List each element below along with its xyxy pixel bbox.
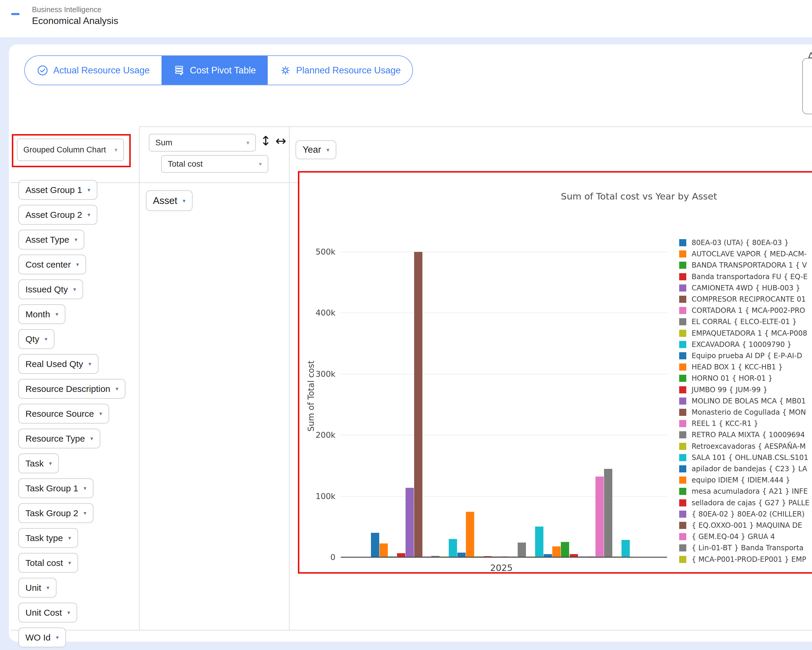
field-pill-label: Task type [26, 533, 63, 543]
x-axis-tick-2025: 2025 [472, 563, 531, 573]
pivot-edit-icon [173, 64, 185, 76]
field-pill-real-used-qty[interactable]: Real Used Qty▾ [18, 354, 99, 374]
legend-item-5[interactable]: CAMIONETA 4WD { HUB-003 } [679, 284, 800, 292]
field-pill-resource-source[interactable]: Resource Source▾ [18, 404, 109, 424]
y-tick-0: 0 [299, 553, 336, 562]
grid-divider-vertical-2 [289, 126, 290, 630]
cutoff-panel [802, 58, 812, 114]
chevron-down-icon: ▾ [49, 460, 52, 467]
field-pill-resource-type[interactable]: Resource Type▾ [18, 428, 100, 448]
x-axis-line [341, 557, 667, 558]
legend-label: MOLINO DE BOLAS MCA { MB01 [691, 397, 806, 405]
field-pill-asset-group-2[interactable]: Asset Group 2▾ [18, 205, 97, 225]
hamburger-menu-icon[interactable] [11, 13, 26, 25]
economical-analysis-page: Business Intelligence Economical Analysi… [0, 0, 812, 650]
legend-item-1[interactable]: 80EA-03 (UTA) { 80EA-03 } [679, 238, 789, 247]
legend-item-11[interactable]: Equipo prueba AI DP { E-P-AI-D [679, 351, 802, 360]
legend-swatch [679, 499, 686, 506]
legend-item-17[interactable]: REEL 1 { KCC-R1 } [679, 419, 758, 428]
field-pill-task[interactable]: Task▾ [18, 453, 59, 473]
chevron-down-icon: ▾ [68, 535, 71, 541]
horizontal-arrows-icon[interactable]: ↔ [275, 133, 290, 148]
renderer-select[interactable]: Grouped Column Chart ▾ [17, 139, 124, 161]
legend-swatch [679, 511, 686, 518]
field-pill-unit-cost[interactable]: Unit Cost▾ [18, 603, 77, 622]
aggregator-field-select[interactable]: Total cost ▾ [161, 155, 268, 173]
field-pill-unit[interactable]: Unit▾ [18, 578, 56, 598]
legend-item-8[interactable]: EL CORRAL { ELCO-ELTE-01 } [679, 317, 797, 326]
bar-series-2 [380, 543, 388, 557]
legend-swatch [679, 544, 686, 551]
legend-item-19[interactable]: Retroexcavadoras { AESPAÑA-M [679, 442, 806, 451]
legend-item-13[interactable]: HORNO 01 { HOR-01 } [679, 374, 773, 383]
legend-item-6[interactable]: COMPRESOR RECIPROCANTE 01 [679, 295, 806, 304]
y-axis-label: Sum of Total cost [306, 361, 316, 431]
field-pill-task-type[interactable]: Task type▾ [18, 528, 78, 548]
legend-item-14[interactable]: JUMBO 99 { JUM-99 } [679, 385, 767, 394]
bar-series-6 [414, 252, 423, 557]
field-pill-total-cost[interactable]: Total cost▾ [18, 553, 78, 573]
legend-item-7[interactable]: CORTADORA 1 { MCA-P002-PRO [679, 306, 805, 315]
field-pill-label: Cost center [26, 260, 71, 270]
field-pill-label: Task Group 2 [26, 508, 78, 518]
field-pill-issued-qty[interactable]: Issued Qty▾ [18, 280, 83, 299]
legend-item-23[interactable]: mesa acumuladora { A21 } INFE [679, 487, 808, 496]
aggregator-select[interactable]: Sum ▾ [149, 134, 256, 151]
chevron-down-icon: ▾ [83, 485, 86, 492]
legend-item-15[interactable]: MOLINO DE BOLAS MCA { MB01 [679, 397, 806, 405]
tab-planned-resource-usage[interactable]: Planned Resource Usage [268, 56, 412, 85]
aggregator-order-arrows[interactable]: ↕↔ [260, 133, 290, 148]
legend-item-18[interactable]: RETRO PALA MIXTA { 10009694 [679, 430, 805, 439]
legend-item-9[interactable]: EMPAQUETADORA 1 { MCA-P008 [679, 329, 807, 338]
column-attribute-year[interactable]: Year ▾ [296, 140, 336, 159]
legend-label: 80EA-03 (UTA) { 80EA-03 } [691, 239, 789, 247]
legend-item-10[interactable]: EXCAVADORA { 10009790 } [679, 340, 792, 349]
legend-item-3[interactable]: BANDA TRANSPORTADORA 1 { V [679, 261, 807, 270]
legend-label: AUTOCLAVE VAPOR { MED-ACM- [691, 250, 807, 258]
field-pill-label: Resource Description [26, 384, 110, 394]
legend-label: JUMBO 99 { JUM-99 } [691, 386, 767, 394]
field-pill-qty[interactable]: Qty▾ [18, 329, 55, 349]
legend-item-22[interactable]: equipo IDIEM { IDIEM.444 } [679, 476, 790, 485]
legend-item-29[interactable]: { MCA-P001-PROD-EP001 } EMP [679, 555, 806, 564]
legend-item-2[interactable]: AUTOCLAVE VAPOR { MED-ACM- [679, 249, 807, 258]
chevron-down-icon: ▾ [89, 361, 92, 367]
y-tick-500k: 500k [299, 247, 336, 256]
vertical-arrows-icon[interactable]: ↕ [260, 133, 275, 148]
legend-item-26[interactable]: { EQ.OXXO-001 } MAQUINA DE [679, 521, 802, 530]
field-pill-task-group-2[interactable]: Task Group 2▾ [18, 503, 93, 523]
legend-item-21[interactable]: apilador de bandejas { C23 } LA [679, 464, 807, 473]
legend-item-4[interactable]: Banda transportadora FU { EQ-E [679, 272, 807, 281]
field-pill-cost-center[interactable]: Cost center▾ [18, 255, 86, 274]
bar-series-30 [621, 540, 630, 557]
field-pill-resource-description[interactable]: Resource Description▾ [18, 379, 125, 399]
field-pill-wo-id[interactable]: WO Id▾ [18, 627, 66, 647]
chevron-down-icon: ▾ [259, 161, 262, 168]
tab-label: Planned Resource Usage [296, 65, 400, 76]
field-pill-task-group-1[interactable]: Task Group 1▾ [18, 478, 93, 498]
legend-swatch [679, 307, 686, 314]
legend-label: { Lin-01-BT } Banda Transporta [691, 544, 803, 552]
chart-panel: Sum of Total cost vs Year by Asset 0100k… [298, 171, 812, 574]
row-attribute-asset[interactable]: Asset ▾ [146, 190, 192, 211]
legend-item-20[interactable]: SALA 101 { OHL.UNAB.CSL.S101 [679, 453, 808, 462]
legend-item-12[interactable]: HEAD BOX 1 { KCC-HB1 } [679, 362, 783, 372]
legend-item-27[interactable]: { GEM.EQ-04 } GRUA 4 [679, 532, 775, 541]
field-pill-label: Resource Source [26, 409, 94, 419]
legend-item-25[interactable]: { 80EA-02 } 80EA-02 (CHILLER) [679, 510, 804, 518]
legend-item-24[interactable]: selladora de cajas { G27 } PALLE [679, 499, 809, 507]
legend-label: EXCAVADORA { 10009790 } [691, 340, 792, 349]
legend-label: RETRO PALA MIXTA { 10009694 [691, 431, 805, 439]
field-pill-asset-group-1[interactable]: Asset Group 1▾ [18, 180, 97, 200]
chevron-down-icon: ▾ [76, 261, 79, 268]
tab-actual-resource-usage[interactable]: Actual Resource Usage [25, 56, 162, 85]
legend-swatch [679, 522, 686, 529]
legend-item-16[interactable]: Monasterio de Cogullada { MON [679, 408, 806, 417]
legend-item-28[interactable]: { Lin-01-BT } Banda Transporta [679, 543, 803, 552]
aggregator-field-value: Total cost [168, 159, 203, 169]
legend-swatch [679, 533, 686, 540]
legend-label: Banda transportadora FU { EQ-E [691, 272, 807, 281]
field-pill-asset-type[interactable]: Asset Type▾ [18, 230, 84, 249]
field-pill-month[interactable]: Month▾ [18, 304, 66, 324]
tab-cost-pivot-table[interactable]: Cost Pivot Table [162, 56, 268, 85]
